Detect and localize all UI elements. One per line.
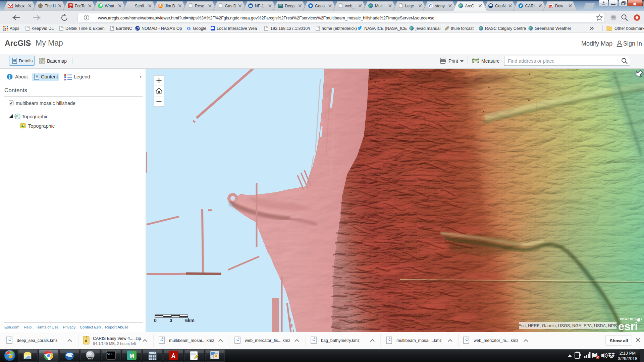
svg-text:192.168.137.1:8010/i: 192.168.137.1:8010/i — [270, 26, 310, 31]
svg-text:web_mercator_fis....kmz: web_mercator_fis....kmz — [245, 338, 290, 343]
svg-text:Greenland Weather: Greenland Weather — [535, 26, 571, 31]
svg-text:thule forcast: thule forcast — [451, 26, 474, 31]
svg-text:Esri, HERE, Garmin, USGS, NGA,: Esri, HERE, Garmin, USGS, NGA, EPA, USDA… — [519, 323, 617, 328]
svg-text:Dow: Dow — [555, 4, 563, 8]
svg-text:ArcG: ArcG — [465, 4, 474, 8]
svg-text:Rese: Rese — [195, 4, 204, 8]
svg-text:0: 0 — [154, 352, 155, 354]
svg-text:Topographic: Topographic — [22, 114, 48, 119]
svg-text:Mult: Mult — [375, 4, 383, 8]
svg-text:%: % — [69, 6, 71, 8]
svg-text:multibeam_mosai....kmz: multibeam_mosai....kmz — [396, 338, 442, 343]
svg-text:deep_sea_corals.kmz: deep_sea_corals.kmz — [17, 338, 58, 343]
svg-text:3/29/2018: 3/29/2018 — [618, 356, 637, 361]
svg-text:GPS: GPS — [549, 6, 553, 8]
svg-text:esri: esri — [618, 320, 638, 332]
svg-text:Lege: Lege — [405, 4, 414, 8]
svg-text:Sterli: Sterli — [135, 4, 144, 8]
svg-text:6km: 6km — [185, 318, 195, 323]
svg-text:Show all: Show all — [610, 338, 628, 343]
svg-text:home (ebfrederick): home (ebfrederick) — [322, 26, 357, 31]
svg-text:About: About — [15, 74, 28, 79]
svg-text:KeepVid DL: KeepVid DL — [32, 26, 54, 31]
svg-text:Google: Google — [193, 26, 206, 31]
svg-text:multibeam mosaic hillshade: multibeam mosaic hillshade — [16, 101, 75, 106]
svg-text:B: B — [159, 4, 162, 8]
svg-text:Geos: Geos — [315, 4, 325, 8]
svg-text:CARIS Easy View 4.....zip: CARIS Easy View 4.....zip — [93, 336, 141, 341]
svg-text:Topographic: Topographic — [28, 123, 55, 129]
svg-text:94.1/149 MB, 2 hours left: 94.1/149 MB, 2 hours left — [93, 342, 136, 346]
svg-text:C:\_: C:\_ — [107, 352, 114, 355]
svg-text:FccTe: FccTe — [75, 4, 86, 8]
svg-text:Deep: Deep — [285, 4, 295, 8]
svg-text:Other bookmarks: Other bookmarks — [614, 26, 644, 31]
svg-text:NF-1: NF-1 — [255, 4, 264, 8]
svg-text:Inbox: Inbox — [15, 4, 24, 8]
svg-text:Jim B: Jim B — [165, 4, 175, 8]
svg-text:0: 0 — [154, 318, 157, 323]
svg-text:stony: stony — [435, 4, 445, 8]
svg-text:www.arcgis.com/home/webmap/vie: www.arcgis.com/home/webmap/viewer.html?u… — [98, 16, 434, 20]
svg-text:NASA ICE (NASA_ICE: NASA ICE (NASA_ICE — [364, 26, 407, 31]
svg-text:NOMAD - NASA's Op: NOMAD - NASA's Op — [142, 26, 182, 31]
svg-text:jevad manual: jevad manual — [415, 26, 440, 31]
svg-text:GeoN: GeoN — [495, 4, 505, 8]
svg-text:Content: Content — [41, 74, 58, 79]
svg-text:2:13 PM: 2:13 PM — [620, 351, 636, 356]
svg-text:3: 3 — [170, 318, 172, 323]
svg-text:Legend: Legend — [74, 74, 90, 79]
svg-text:M: M — [129, 353, 134, 359]
svg-text:CARI: CARI — [525, 4, 535, 8]
svg-text:web_: web_ — [345, 4, 355, 8]
svg-text:EarthNC: EarthNC — [116, 26, 132, 31]
svg-text:web_mercator_m....kmz: web_mercator_m....kmz — [473, 338, 518, 343]
svg-text:bag_bathymetry.kmz: bag_bathymetry.kmz — [321, 338, 360, 343]
svg-text:What: What — [105, 4, 115, 8]
svg-text:Local Interactive Wea: Local Interactive Wea — [217, 26, 257, 31]
svg-text:The H: The H — [45, 4, 56, 8]
svg-text:Deltek Time & Expen: Deltek Time & Expen — [65, 26, 105, 31]
svg-text:multibeam_mosai....kmz: multibeam_mosai....kmz — [169, 338, 214, 343]
svg-text:Gas D: Gas D — [225, 4, 236, 8]
svg-text:G: G — [187, 26, 191, 31]
svg-text:PRO: PRO — [88, 357, 93, 360]
svg-text:Apps: Apps — [10, 26, 19, 31]
svg-text:G: G — [429, 3, 432, 8]
svg-text:RASC Calgary Centre: RASC Calgary Centre — [485, 26, 526, 31]
